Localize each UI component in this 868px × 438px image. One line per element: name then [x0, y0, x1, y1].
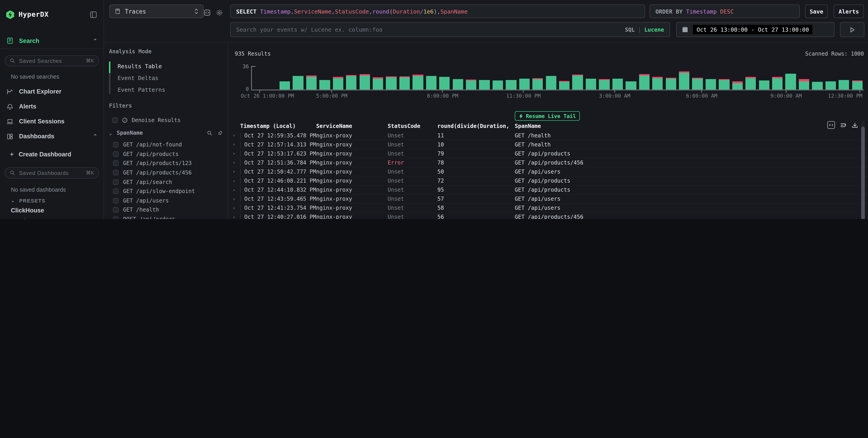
cell-servicename: nginx-proxy [316, 205, 388, 211]
sidebar-item-dashboards[interactable]: Dashboards ⌃ [0, 129, 103, 144]
select-clause-input[interactable]: SELECT Timestamp,ServiceName,StatusCode,… [230, 4, 645, 18]
save-button[interactable]: Save [805, 4, 828, 18]
sidebar-item-chart-explorer[interactable]: Chart Explorer [0, 84, 103, 99]
histogram-bar [599, 79, 610, 90]
filter-checkbox-item[interactable]: GET /api/products/123 [109, 159, 223, 168]
expand-row-icon[interactable]: › [230, 160, 240, 166]
ok-segment [479, 80, 490, 90]
x-axis-tick [331, 91, 332, 93]
filter-checkbox-item[interactable]: GET /api/search [109, 177, 223, 187]
filter-checkbox-item[interactable]: GET /api/not-found [109, 140, 223, 149]
filter-checkbox-item[interactable]: GET /api/products/456 [109, 168, 223, 177]
source-settings-icon[interactable] [216, 9, 223, 16]
create-dashboard-button[interactable]: + Create Dashboard [10, 149, 103, 159]
checkbox[interactable] [113, 189, 119, 194]
ok-segment [586, 79, 596, 90]
checkbox[interactable] [113, 198, 119, 203]
table-row[interactable]: ›Oct 27 12:50:42.777 PMnginx-proxyUnset5… [230, 167, 868, 176]
filter-checkbox-item[interactable]: GET /health [109, 205, 223, 214]
saved-searches-input[interactable]: Saved Searches ⌘K [4, 55, 99, 66]
expand-row-icon[interactable]: › [230, 169, 240, 175]
table-row[interactable]: ›Oct 27 12:40:27.016 PMnginx-proxyUnset5… [230, 213, 868, 219]
x-axis-label: 5:00:00 PM [316, 93, 348, 99]
checkbox[interactable] [113, 179, 119, 184]
analysis-mode-option[interactable]: Event Deltas [118, 72, 223, 83]
filter-checkbox-item[interactable]: GET /api/slow-endpoint [109, 187, 223, 196]
analysis-mode-option[interactable]: Event Patterns [118, 83, 223, 95]
sidebar-item-search[interactable]: Search ⌃ [0, 36, 103, 45]
table-row[interactable]: ›Oct 27 12:53:17.623 PMnginx-proxyUnset7… [230, 149, 868, 158]
expand-row-icon[interactable]: › [230, 205, 240, 211]
pin-icon[interactable] [217, 130, 223, 136]
plus-icon: + [10, 150, 13, 158]
search-placeholder: Search your events w/ Lucene ex. column:… [236, 26, 382, 33]
collapse-sidebar-icon[interactable] [90, 11, 97, 18]
table-row[interactable]: ›Oct 27 12:59:35.478 PMnginx-proxyUnset1… [230, 131, 868, 140]
run-query-button[interactable] [840, 22, 864, 37]
presets-section[interactable]: ⌄ PRESETS [11, 197, 103, 204]
ok-segment [852, 81, 863, 90]
column-header-statuscode[interactable]: StatusCode [388, 123, 437, 129]
checkbox[interactable] [113, 216, 119, 219]
expand-row-icon[interactable]: › [230, 178, 240, 184]
expand-row-icon[interactable]: › [230, 187, 240, 193]
language-toggle[interactable]: SQL|Lucene [625, 27, 664, 33]
cell-statuscode: Unset [388, 141, 437, 147]
sidebar-item-services[interactable]: Services [11, 216, 103, 219]
expand-row-icon[interactable]: › [230, 214, 240, 219]
filter-group-header[interactable]: ⌄SpanName [109, 129, 223, 136]
cell-servicename: nginx-proxy [316, 214, 388, 219]
cell-servicename: nginx-proxy [316, 150, 388, 157]
sidebar-item-alerts[interactable]: Alerts [0, 99, 103, 114]
expand-row-icon[interactable]: › [230, 196, 240, 202]
divider [0, 48, 103, 49]
filter-checkbox-item[interactable]: GET /api/users [109, 196, 223, 205]
checkbox[interactable] [113, 170, 119, 175]
checkbox[interactable] [113, 142, 119, 147]
sidebar-nav: Chart Explorer Alerts Client Sessions Da… [0, 84, 103, 144]
play-icon [850, 27, 855, 32]
source-select[interactable]: Traces [110, 4, 204, 18]
x-axis-tick [614, 91, 615, 93]
expand-row-icon[interactable]: › [230, 132, 240, 138]
order-by-input[interactable]: ORDER BY Timestamp DESC [650, 4, 800, 18]
saved-dashboards-input[interactable]: Saved Dashboards ⌘K [4, 167, 99, 178]
sql-query-text: SELECT Timestamp,ServiceName,StatusCode,… [236, 8, 468, 15]
denoise-results-checkbox[interactable]: Denoise Results [109, 116, 223, 124]
checkbox[interactable] [113, 207, 119, 213]
checkbox[interactable] [113, 151, 119, 157]
analysis-mode-option[interactable]: Results Table [118, 60, 223, 72]
sidebar-item-clickhouse[interactable]: ClickHouse [11, 205, 103, 215]
toggle-sql[interactable]: SQL [625, 27, 634, 33]
column-header-servicename[interactable]: ServiceName [316, 123, 388, 129]
sql-token: Timestamp [260, 8, 290, 15]
histogram-bar [559, 81, 570, 90]
expand-row-icon[interactable]: › [230, 141, 240, 147]
filter-checkbox-item[interactable]: GET /api/products [109, 149, 223, 159]
checkbox[interactable] [113, 161, 119, 166]
checkbox[interactable] [112, 117, 118, 123]
filter-checkbox-item[interactable]: POST /api/orders [109, 215, 223, 219]
table-row[interactable]: ›Oct 27 12:57:14.313 PMnginx-proxyUnset1… [230, 140, 868, 149]
code-editor-icon[interactable] [204, 9, 211, 16]
time-range-picker[interactable]: Oct 26 13:00:00 - Oct 27 13:00:00 [676, 22, 835, 37]
table-row[interactable]: ›Oct 27 12:44:10.832 PMnginx-proxyUnset9… [230, 186, 868, 195]
table-row[interactable]: ›Oct 27 12:46:08.221 PMnginx-proxyUnset7… [230, 176, 868, 186]
column-header-spanname[interactable]: SpanName [515, 123, 868, 129]
search-icon[interactable] [207, 130, 213, 136]
sidebar-item-client-sessions[interactable]: Client Sessions [0, 114, 103, 129]
histogram-bar [386, 76, 397, 90]
table-row[interactable]: ›Oct 27 12:51:36.784 PMnginx-proxyError7… [230, 159, 868, 167]
alerts-button[interactable]: Alerts [834, 4, 864, 18]
search-input[interactable]: Search your events w/ Lucene ex. column:… [230, 22, 670, 37]
column-header-timestamp[interactable]: Timestamp (Local) [240, 123, 316, 129]
column-header-duration[interactable]: round(divide(Duration, [437, 123, 515, 129]
vertical-scrollbar-thumb[interactable] [861, 127, 865, 219]
expand-row-icon[interactable]: › [230, 150, 240, 157]
resume-live-tail-button[interactable]: Resume Live Tail [515, 111, 580, 121]
table-row[interactable]: ›Oct 27 12:41:23.754 PMnginx-proxyUnset5… [230, 204, 868, 213]
table-row[interactable]: ›Oct 27 12:43:59.465 PMnginx-proxyUnset5… [230, 195, 868, 204]
toggle-lucene[interactable]: Lucene [644, 27, 664, 33]
results-table: ›Oct 27 12:59:35.478 PMnginx-proxyUnset1… [230, 131, 868, 219]
histogram-bar [506, 80, 517, 90]
